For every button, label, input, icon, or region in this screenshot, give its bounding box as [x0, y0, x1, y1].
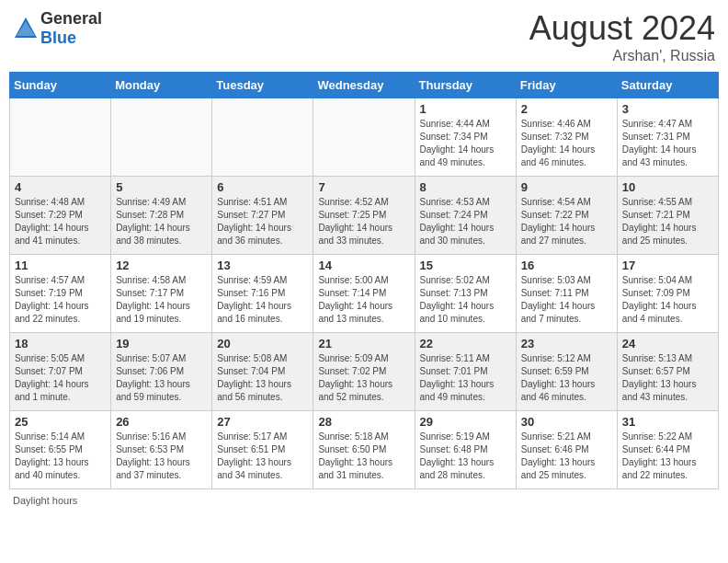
- day-number: 5: [116, 180, 207, 194]
- day-number: 10: [622, 180, 713, 194]
- day-info: Sunrise: 4:51 AM Sunset: 7:27 PM Dayligh…: [217, 196, 308, 247]
- calendar-cell: [313, 98, 415, 177]
- calendar-cell: 15Sunrise: 5:02 AM Sunset: 7:13 PM Dayli…: [415, 255, 516, 333]
- calendar-cell: 11Sunrise: 4:57 AM Sunset: 7:19 PM Dayli…: [10, 255, 111, 333]
- day-info: Sunrise: 5:21 AM Sunset: 6:46 PM Dayligh…: [521, 431, 612, 482]
- calendar-cell: [10, 98, 111, 177]
- calendar-cell: 21Sunrise: 5:09 AM Sunset: 7:02 PM Dayli…: [313, 333, 415, 411]
- day-header-thursday: Thursday: [415, 73, 516, 98]
- day-info: Sunrise: 5:16 AM Sunset: 6:53 PM Dayligh…: [116, 431, 207, 482]
- location-title: Arshan', Russia: [529, 48, 715, 64]
- day-info: Sunrise: 5:11 AM Sunset: 7:01 PM Dayligh…: [420, 352, 511, 404]
- day-number: 12: [116, 259, 207, 272]
- calendar-cell: 10Sunrise: 4:55 AM Sunset: 7:21 PM Dayli…: [617, 177, 718, 255]
- day-info: Sunrise: 4:48 AM Sunset: 7:29 PM Dayligh…: [15, 196, 106, 247]
- day-info: Sunrise: 5:05 AM Sunset: 7:07 PM Dayligh…: [15, 352, 106, 404]
- day-info: Sunrise: 5:18 AM Sunset: 6:50 PM Dayligh…: [318, 431, 409, 482]
- day-number: 22: [420, 337, 511, 350]
- day-number: 26: [116, 415, 207, 429]
- calendar-cell: 25Sunrise: 5:14 AM Sunset: 6:55 PM Dayli…: [10, 411, 111, 489]
- day-number: 14: [318, 259, 409, 272]
- day-number: 30: [521, 415, 612, 429]
- day-number: 13: [217, 259, 308, 272]
- calendar-cell: 31Sunrise: 5:22 AM Sunset: 6:44 PM Dayli…: [617, 411, 718, 489]
- logo-icon: [13, 16, 39, 41]
- day-number: 28: [318, 415, 409, 429]
- calendar-cell: 18Sunrise: 5:05 AM Sunset: 7:07 PM Dayli…: [10, 333, 111, 411]
- day-info: Sunrise: 4:53 AM Sunset: 7:24 PM Dayligh…: [420, 196, 511, 247]
- day-number: 8: [420, 180, 511, 194]
- day-info: Sunrise: 4:47 AM Sunset: 7:31 PM Dayligh…: [622, 118, 713, 169]
- day-number: 18: [15, 337, 106, 350]
- calendar-cell: 16Sunrise: 5:03 AM Sunset: 7:11 PM Dayli…: [516, 255, 617, 333]
- day-number: 27: [217, 415, 308, 429]
- day-info: Sunrise: 4:52 AM Sunset: 7:25 PM Dayligh…: [318, 196, 409, 247]
- day-info: Sunrise: 4:59 AM Sunset: 7:16 PM Dayligh…: [217, 274, 308, 326]
- calendar-cell: 28Sunrise: 5:18 AM Sunset: 6:50 PM Dayli…: [313, 411, 415, 489]
- calendar-cell: 22Sunrise: 5:11 AM Sunset: 7:01 PM Dayli…: [415, 333, 516, 411]
- day-info: Sunrise: 5:19 AM Sunset: 6:48 PM Dayligh…: [420, 431, 511, 482]
- calendar-cell: 27Sunrise: 5:17 AM Sunset: 6:51 PM Dayli…: [212, 411, 313, 489]
- logo: General Blue: [13, 9, 102, 48]
- logo-blue-text: Blue: [40, 29, 76, 47]
- day-number: 3: [622, 102, 713, 116]
- day-info: Sunrise: 4:46 AM Sunset: 7:32 PM Dayligh…: [521, 118, 612, 169]
- calendar-table: SundayMondayTuesdayWednesdayThursdayFrid…: [9, 72, 719, 489]
- calendar-cell: 2Sunrise: 4:46 AM Sunset: 7:32 PM Daylig…: [516, 98, 617, 177]
- week-row-3: 11Sunrise: 4:57 AM Sunset: 7:19 PM Dayli…: [10, 255, 719, 333]
- day-info: Sunrise: 5:02 AM Sunset: 7:13 PM Dayligh…: [420, 274, 511, 326]
- day-number: 6: [217, 180, 308, 194]
- day-info: Sunrise: 4:57 AM Sunset: 7:19 PM Dayligh…: [15, 274, 106, 326]
- calendar-cell: 5Sunrise: 4:49 AM Sunset: 7:28 PM Daylig…: [111, 177, 212, 255]
- day-number: 1: [420, 102, 511, 116]
- day-number: 7: [318, 180, 409, 194]
- title-area: August 2024 Arshan', Russia: [529, 9, 715, 64]
- calendar-cell: 19Sunrise: 5:07 AM Sunset: 7:06 PM Dayli…: [111, 333, 212, 411]
- calendar-cell: 26Sunrise: 5:16 AM Sunset: 6:53 PM Dayli…: [111, 411, 212, 489]
- header: General Blue August 2024 Arshan', Russia: [9, 9, 719, 64]
- logo-general-text: General: [40, 9, 102, 28]
- day-number: 2: [521, 102, 612, 116]
- calendar-cell: 13Sunrise: 4:59 AM Sunset: 7:16 PM Dayli…: [212, 255, 313, 333]
- calendar-cell: 3Sunrise: 4:47 AM Sunset: 7:31 PM Daylig…: [617, 98, 718, 177]
- day-number: 4: [15, 180, 106, 194]
- calendar-cell: 1Sunrise: 4:44 AM Sunset: 7:34 PM Daylig…: [415, 98, 516, 177]
- day-number: 20: [217, 337, 308, 350]
- footer-label: Daylight hours: [13, 495, 77, 506]
- day-number: 16: [521, 259, 612, 272]
- day-header-sunday: Sunday: [10, 73, 111, 98]
- week-row-2: 4Sunrise: 4:48 AM Sunset: 7:29 PM Daylig…: [10, 177, 719, 255]
- day-number: 17: [622, 259, 713, 272]
- calendar-cell: 12Sunrise: 4:58 AM Sunset: 7:17 PM Dayli…: [111, 255, 212, 333]
- calendar-cell: 14Sunrise: 5:00 AM Sunset: 7:14 PM Dayli…: [313, 255, 415, 333]
- calendar-cell: 29Sunrise: 5:19 AM Sunset: 6:48 PM Dayli…: [415, 411, 516, 489]
- calendar-cell: 7Sunrise: 4:52 AM Sunset: 7:25 PM Daylig…: [313, 177, 415, 255]
- day-info: Sunrise: 5:09 AM Sunset: 7:02 PM Dayligh…: [318, 352, 409, 404]
- header-row: SundayMondayTuesdayWednesdayThursdayFrid…: [10, 73, 719, 98]
- day-info: Sunrise: 5:13 AM Sunset: 6:57 PM Dayligh…: [622, 352, 713, 404]
- day-number: 11: [15, 259, 106, 272]
- day-info: Sunrise: 5:17 AM Sunset: 6:51 PM Dayligh…: [217, 431, 308, 482]
- week-row-4: 18Sunrise: 5:05 AM Sunset: 7:07 PM Dayli…: [10, 333, 719, 411]
- day-info: Sunrise: 5:12 AM Sunset: 6:59 PM Dayligh…: [521, 352, 612, 404]
- calendar-cell: 24Sunrise: 5:13 AM Sunset: 6:57 PM Dayli…: [617, 333, 718, 411]
- day-header-tuesday: Tuesday: [212, 73, 313, 98]
- day-number: 19: [116, 337, 207, 350]
- day-info: Sunrise: 5:22 AM Sunset: 6:44 PM Dayligh…: [622, 431, 713, 482]
- day-number: 15: [420, 259, 511, 272]
- day-info: Sunrise: 4:55 AM Sunset: 7:21 PM Dayligh…: [622, 196, 713, 247]
- day-info: Sunrise: 5:08 AM Sunset: 7:04 PM Dayligh…: [217, 352, 308, 404]
- calendar-cell: 30Sunrise: 5:21 AM Sunset: 6:46 PM Dayli…: [516, 411, 617, 489]
- calendar-cell: [111, 98, 212, 177]
- day-info: Sunrise: 5:03 AM Sunset: 7:11 PM Dayligh…: [521, 274, 612, 326]
- day-number: 9: [521, 180, 612, 194]
- calendar-cell: 4Sunrise: 4:48 AM Sunset: 7:29 PM Daylig…: [10, 177, 111, 255]
- footer: Daylight hours: [9, 495, 719, 506]
- day-info: Sunrise: 5:14 AM Sunset: 6:55 PM Dayligh…: [15, 431, 106, 482]
- calendar-cell: 6Sunrise: 4:51 AM Sunset: 7:27 PM Daylig…: [212, 177, 313, 255]
- day-info: Sunrise: 5:04 AM Sunset: 7:09 PM Dayligh…: [622, 274, 713, 326]
- calendar-cell: 9Sunrise: 4:54 AM Sunset: 7:22 PM Daylig…: [516, 177, 617, 255]
- month-year-title: August 2024: [529, 9, 715, 48]
- day-number: 24: [622, 337, 713, 350]
- week-row-5: 25Sunrise: 5:14 AM Sunset: 6:55 PM Dayli…: [10, 411, 719, 489]
